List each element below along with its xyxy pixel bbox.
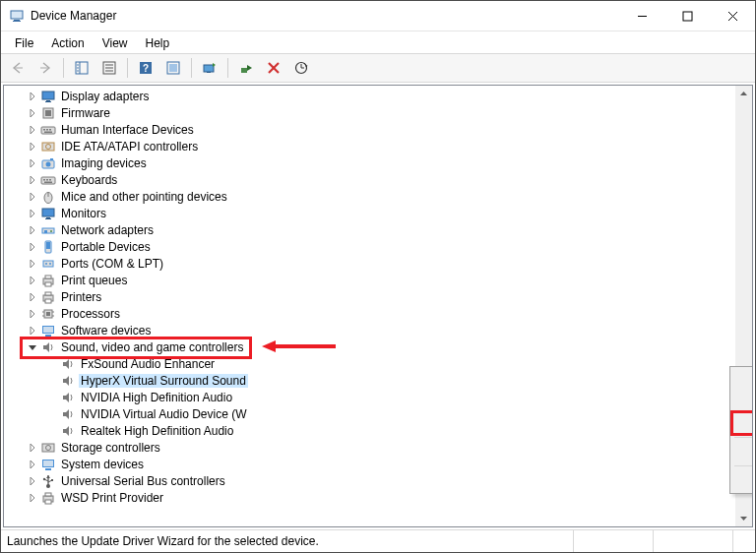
tree-item-label: Mice and other pointing devices (59, 190, 229, 204)
svg-point-85 (43, 477, 45, 479)
tree-device[interactable]: NVIDIA High Definition Audio (4, 389, 735, 405)
scan-hardware-button[interactable] (288, 56, 314, 80)
scroll-up-button[interactable] (735, 86, 752, 102)
tree-category-system[interactable]: System devices (4, 456, 735, 472)
chevron-right-icon[interactable] (26, 240, 39, 254)
tree-category-portable[interactable]: Portable Devices (4, 238, 735, 255)
show-hide-tree-button[interactable] (69, 56, 94, 80)
chevron-right-icon[interactable] (26, 223, 39, 237)
menu-item-disable-device[interactable]: Disable device (732, 391, 753, 412)
monitor-icon (40, 206, 56, 221)
tree-category-display[interactable]: Display adapters (4, 88, 735, 104)
chevron-right-icon[interactable] (26, 257, 39, 271)
chevron-right-icon[interactable] (26, 207, 39, 220)
portable-icon (40, 239, 56, 255)
menu-item-scan-for-hardware-changes[interactable]: Scan for hardware changes (732, 441, 753, 462)
tree-category-mouse[interactable]: Mice and other pointing devices (4, 188, 735, 205)
update-driver-button[interactable] (197, 56, 222, 80)
forward-button[interactable] (32, 56, 58, 80)
tree-item-label: Universal Serial Bus controllers (59, 474, 227, 488)
svg-rect-75 (45, 335, 51, 337)
menu-view[interactable]: View (94, 34, 136, 52)
uninstall-button[interactable] (261, 56, 286, 80)
chevron-right-icon[interactable] (26, 441, 39, 455)
chevron-right-icon[interactable] (26, 290, 39, 304)
close-button[interactable] (710, 1, 755, 31)
tree-device[interactable]: HyperX Virtual Surround Sound (4, 372, 735, 389)
maximize-button[interactable] (664, 1, 710, 31)
system-icon (40, 457, 56, 472)
chevron-down-icon[interactable] (26, 340, 39, 354)
properties-button[interactable] (96, 56, 122, 80)
tree-category-sound[interactable]: Sound, video and game controllers (4, 338, 735, 355)
tree-item-label: Realtek High Definition Audio (79, 424, 235, 438)
statusbar-segment (573, 530, 653, 552)
device-tree[interactable]: Display adaptersFirmwareHuman Interface … (4, 86, 735, 526)
tree-category-ports[interactable]: Ports (COM & LPT) (4, 255, 735, 272)
app-icon (9, 8, 25, 24)
svg-rect-32 (45, 110, 51, 116)
svg-rect-65 (45, 292, 51, 295)
menu-action[interactable]: Action (43, 34, 92, 52)
svg-rect-74 (43, 327, 53, 333)
tree-category-network[interactable]: Network adapters (4, 221, 735, 238)
back-button[interactable] (5, 56, 31, 80)
chevron-right-icon[interactable] (26, 474, 39, 488)
tree-device[interactable]: Realtek High Definition Audio (4, 422, 735, 439)
svg-rect-1 (14, 20, 20, 21)
chevron-right-icon[interactable] (26, 156, 39, 170)
tree-item-label: Portable Devices (59, 240, 153, 254)
chevron-right-icon[interactable] (26, 458, 39, 471)
tree-item-label: IDE ATA/ATAPI controllers (59, 140, 200, 154)
chevron-right-icon[interactable] (26, 140, 39, 154)
tree-category-ide[interactable]: IDE ATA/ATAPI controllers (4, 138, 735, 154)
chevron-right-icon[interactable] (26, 173, 39, 187)
scroll-down-button[interactable] (735, 510, 752, 526)
chevron-right-icon[interactable] (26, 90, 39, 103)
action-button[interactable] (160, 56, 186, 80)
tree-category-hid[interactable]: Human Interface Devices (4, 121, 735, 138)
menu-item-properties[interactable]: Properties (732, 469, 753, 491)
tree-category-firmware[interactable]: Firmware (4, 104, 735, 121)
menu-help[interactable]: Help (138, 34, 178, 52)
tree-item-label: System devices (59, 458, 146, 471)
svg-rect-22 (204, 65, 214, 72)
chevron-right-icon[interactable] (26, 274, 39, 287)
menu-item-uninstall-device[interactable]: Uninstall device (732, 412, 753, 434)
tree-category-usb[interactable]: Universal Serial Bus controllers (4, 472, 735, 489)
firmware-icon (40, 105, 56, 121)
chevron-right-icon[interactable] (26, 106, 39, 120)
tree-item-label: Imaging devices (59, 156, 149, 170)
titlebar: Device Manager (1, 1, 755, 31)
tree-category-software[interactable]: Software devices (4, 322, 735, 338)
content-area: Display adaptersFirmwareHuman Interface … (3, 85, 753, 527)
minimize-button[interactable] (619, 1, 664, 31)
chevron-right-icon[interactable] (26, 324, 39, 338)
chevron-right-icon[interactable] (26, 491, 39, 505)
tree-item-label: FxSound Audio Enhancer (79, 357, 217, 371)
svg-point-60 (49, 263, 51, 265)
tree-device[interactable]: FxSound Audio Enhancer (4, 355, 735, 372)
usb-icon (40, 473, 56, 489)
svg-rect-62 (45, 276, 51, 278)
menu-file[interactable]: File (7, 34, 41, 52)
tree-category-printer[interactable]: Printers (4, 288, 735, 305)
chevron-right-icon[interactable] (26, 190, 39, 204)
tree-category-imaging[interactable]: Imaging devices (4, 154, 735, 171)
enable-button[interactable] (233, 56, 259, 80)
tree-category-cpu[interactable]: Processors (4, 305, 735, 322)
chevron-right-icon[interactable] (26, 123, 39, 137)
tree-category-wsd[interactable]: WSD Print Provider (4, 489, 735, 506)
tree-category-storage[interactable]: Storage controllers (4, 439, 735, 456)
tree-device[interactable]: NVIDIA Virtual Audio Device (W (4, 405, 735, 422)
statusbar-grip (732, 530, 755, 552)
tree-item-label: Printers (59, 290, 103, 304)
svg-point-55 (50, 230, 52, 232)
help-button[interactable]: ? (133, 56, 158, 80)
tree-category-printq[interactable]: Print queues (4, 272, 735, 288)
tree-category-keyboard[interactable]: Keyboards (4, 171, 735, 188)
menu-item-update-driver[interactable]: Update driver (732, 369, 753, 391)
chevron-right-icon[interactable] (26, 307, 39, 321)
tree-category-monitor[interactable]: Monitors (4, 205, 735, 221)
menu-separator (734, 437, 753, 438)
